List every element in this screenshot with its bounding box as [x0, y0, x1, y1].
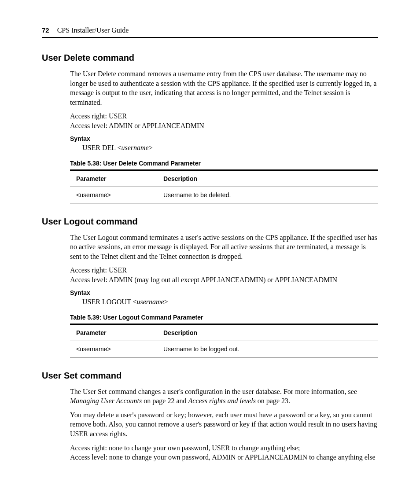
page-header: 72 CPS Installer/User Guide: [42, 26, 378, 38]
table-row: <username> Username to be deleted.: [70, 187, 378, 203]
link-access-rights-levels: Access rights and levels: [188, 397, 256, 405]
user-logout-access-level: Access level: ADMIN (may log out all exc…: [70, 275, 378, 285]
heading-user-delete: User Delete command: [42, 53, 378, 63]
col-parameter: Parameter: [70, 170, 157, 187]
user-set-description-1: The User Set command changes a user's co…: [70, 387, 378, 406]
user-logout-syntax: USER LOGOUT <username>: [82, 298, 378, 306]
user-delete-access-level: Access level: ADMIN or APPLIANCEADMIN: [70, 121, 378, 131]
table-caption-5-39: Table 5.39: User Logout Command Paramete…: [70, 314, 378, 321]
text: on page 22 and: [142, 397, 188, 405]
syntax-var: username: [121, 144, 148, 151]
table-row: <username> Username to be logged out.: [70, 341, 378, 357]
cell-description: Username to be deleted.: [157, 187, 378, 203]
table-user-delete-param: Parameter Description <username> Usernam…: [70, 169, 378, 203]
user-delete-access-right: Access right: USER: [70, 111, 378, 121]
guide-title: CPS Installer/User Guide: [57, 26, 129, 34]
col-parameter: Parameter: [70, 324, 157, 341]
table-caption-5-38: Table 5.38: User Delete Command Paramete…: [70, 160, 378, 167]
heading-user-logout: User Logout command: [42, 217, 378, 227]
cell-parameter: <username>: [70, 187, 157, 203]
syntax-var: username: [136, 298, 164, 305]
syntax-text: USER LOGOUT <: [82, 298, 136, 305]
user-delete-syntax: USER DEL <username>: [82, 144, 378, 152]
text: The User Set command changes a user's co…: [70, 388, 357, 395]
cell-parameter: <username>: [70, 341, 157, 357]
syntax-label: Syntax: [70, 289, 378, 296]
heading-user-set: User Set command: [42, 371, 378, 381]
cell-description: Username to be logged out.: [157, 341, 378, 357]
text: on page 23.: [256, 397, 290, 405]
link-managing-user-accounts: Managing User Accounts: [70, 397, 142, 405]
col-description: Description: [157, 324, 378, 341]
section-user-delete-body: The User Delete command removes a userna…: [70, 69, 378, 203]
section-user-set-body: The User Set command changes a user's co…: [70, 387, 378, 462]
user-set-access-level: Access level: none to change your own pa…: [70, 452, 378, 462]
section-user-logout-body: The User Logout command terminates a use…: [70, 233, 378, 357]
col-description: Description: [157, 170, 378, 187]
user-set-access-right: Access right: none to change your own pa…: [70, 443, 378, 453]
table-header-row: Parameter Description: [70, 324, 378, 341]
user-delete-description: The User Delete command removes a userna…: [70, 69, 378, 107]
syntax-text: >: [164, 298, 168, 305]
table-header-row: Parameter Description: [70, 170, 378, 187]
syntax-text: >: [149, 144, 153, 151]
user-logout-description: The User Logout command terminates a use…: [70, 233, 378, 261]
syntax-text: USER DEL <: [82, 144, 121, 151]
table-user-logout-param: Parameter Description <username> Usernam…: [70, 324, 378, 357]
user-set-description-2: You may delete a user's password or key;…: [70, 410, 378, 439]
page-number: 72: [42, 26, 49, 34]
user-logout-access-right: Access right: USER: [70, 265, 378, 275]
syntax-label: Syntax: [70, 135, 378, 142]
